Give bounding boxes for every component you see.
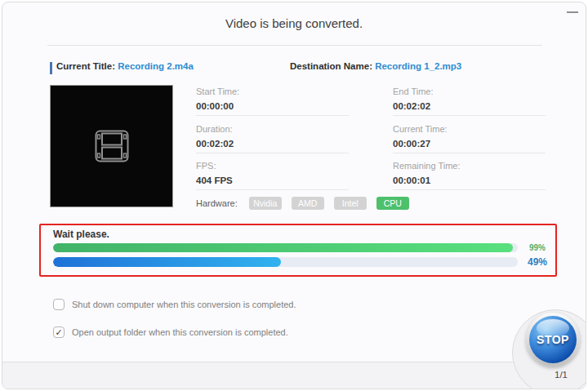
field-label: Remaining Time: — [393, 161, 546, 171]
hardware-label: Hardware: — [196, 198, 238, 208]
field-start-time: Start Time: 00:00:00 — [196, 87, 349, 111]
progress-bar-total — [53, 243, 518, 252]
field-value: 00:00:27 — [393, 139, 546, 149]
field-duration: Duration: 00:02:02 — [196, 124, 349, 149]
field-value: 00:02:02 — [393, 101, 546, 111]
field-label: End Time: — [393, 87, 546, 96]
field-underline — [196, 115, 349, 116]
field-underline — [196, 189, 349, 190]
field-underline — [393, 153, 546, 153]
video-thumbnail — [50, 85, 173, 207]
field-underline — [196, 153, 349, 153]
field-underline — [393, 189, 546, 190]
field-label: Current Time: — [393, 124, 546, 134]
progress-bar-current — [53, 257, 518, 267]
conversion-dialog: Video is being converted. Current Title:… — [2, 2, 586, 389]
open-folder-checkbox[interactable]: ✓ — [53, 327, 65, 338]
shutdown-checkbox[interactable] — [53, 299, 65, 310]
hardware-option-cpu[interactable]: CPU — [376, 197, 409, 210]
field-remaining-time: Remaining Time: 00:00:01 — [393, 161, 546, 185]
stop-button-sphere: STOP — [529, 316, 577, 363]
progress-fill-total — [53, 243, 513, 252]
field-underline — [393, 115, 546, 116]
current-title-label: Current Title: — [56, 61, 115, 71]
field-label: Start Time: — [196, 87, 349, 96]
hardware-option-nvidia[interactable]: Nvidia — [249, 197, 282, 210]
shutdown-label: Shut down computer when this conversion … — [72, 300, 296, 309]
field-end-time: End Time: 00:02:02 — [393, 87, 546, 111]
hardware-option-amd[interactable]: AMD — [292, 197, 324, 210]
field-value: 00:00:01 — [393, 176, 546, 185]
stop-button-label: STOP — [537, 333, 569, 346]
current-title-value: Recording 2.m4a — [118, 61, 194, 71]
page-title: Video is being converted. — [2, 16, 586, 30]
footer-bar — [2, 362, 586, 389]
hardware-row: Hardware: Nvidia AMD Intel CPU — [196, 197, 419, 210]
destination-value: Recording 1_2.mp3 — [375, 61, 461, 71]
progress-fill-current — [53, 257, 281, 267]
title-divider — [47, 45, 542, 46]
field-value: 00:02:02 — [196, 139, 349, 149]
minimize-icon — [567, 11, 578, 13]
destination-name: Destination Name: Recording 1_2.mp3 — [290, 61, 461, 71]
current-title: Current Title: Recording 2.m4a — [56, 61, 194, 71]
accent-bar — [50, 62, 52, 74]
destination-label: Destination Name: — [290, 61, 372, 71]
field-fps: FPS: 404 FPS — [196, 161, 349, 185]
option-open-folder[interactable]: ✓ Open output folder when this conversio… — [53, 327, 288, 338]
field-current-time: Current Time: 00:00:27 — [393, 124, 546, 149]
field-label: Duration: — [196, 124, 349, 134]
film-icon — [95, 130, 129, 162]
wait-message: Wait please. — [53, 229, 109, 240]
field-value: 00:00:00 — [196, 101, 349, 111]
field-label: FPS: — [196, 161, 349, 171]
progress-percent-current: 49% — [523, 256, 551, 268]
open-folder-label: Open output folder when this conversion … — [72, 327, 288, 337]
hardware-option-intel[interactable]: Intel — [334, 197, 367, 210]
page-indicator: 1/1 — [555, 370, 568, 380]
progress-percent-total: 99% — [523, 243, 551, 252]
field-value: 404 FPS — [196, 176, 349, 185]
option-shutdown[interactable]: Shut down computer when this conversion … — [53, 299, 296, 310]
stop-button[interactable]: STOP — [526, 313, 580, 367]
